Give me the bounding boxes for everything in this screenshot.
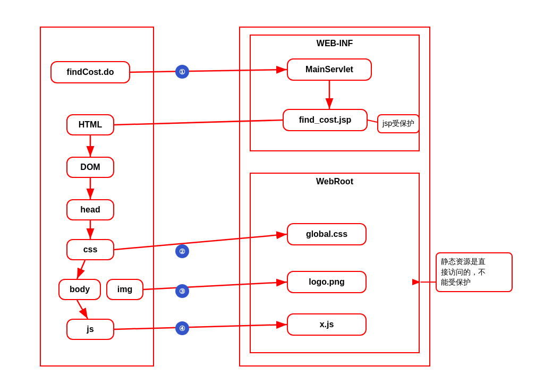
node-img: img (106, 279, 143, 300)
node-findcost: findCost.do (50, 61, 130, 83)
annotation-static: 静态资源是直接访问的，不能受保护 (436, 252, 513, 292)
node-mainservlet: MainServlet (287, 58, 372, 81)
circle-3: ③ (175, 284, 189, 298)
circle-4: ④ (175, 321, 189, 335)
diagram-container: WEB-INF WebRoot findCost.do HTML DOM hea… (16, 11, 526, 382)
annotation-jsp-protected: jsp受保护 (377, 114, 420, 133)
webinf-box: WEB-INF (250, 35, 420, 151)
node-head: head (66, 199, 114, 220)
circle-1: ① (175, 65, 189, 79)
node-dom: DOM (66, 157, 114, 178)
webroot-label: WebRoot (316, 177, 353, 186)
node-logopng: logo.png (287, 271, 367, 293)
node-globalcss: global.css (287, 223, 367, 245)
webinf-label: WEB-INF (317, 39, 353, 48)
node-xjs: x.js (287, 313, 367, 336)
node-html: HTML (66, 114, 114, 135)
node-body: body (58, 279, 101, 300)
node-js: js (66, 319, 114, 340)
node-css: css (66, 239, 114, 260)
node-findcostjsp: find_cost.jsp (283, 109, 368, 131)
circle-2: ② (175, 244, 189, 258)
